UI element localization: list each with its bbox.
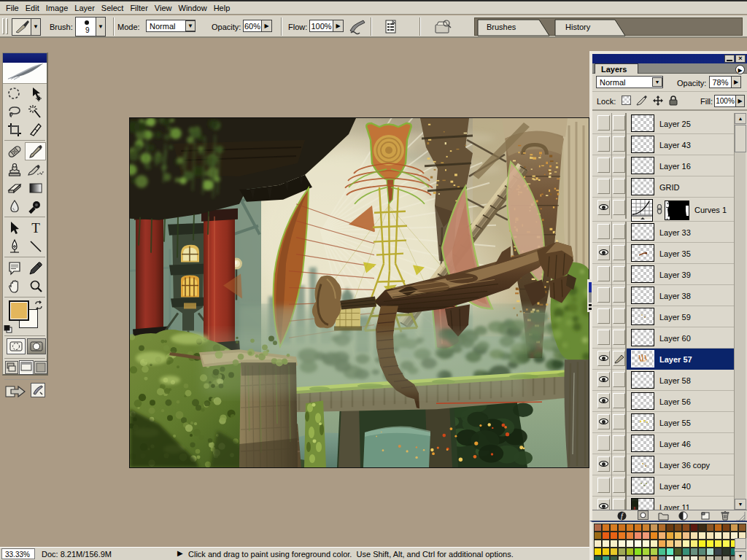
svg-text:T: T bbox=[31, 220, 40, 236]
